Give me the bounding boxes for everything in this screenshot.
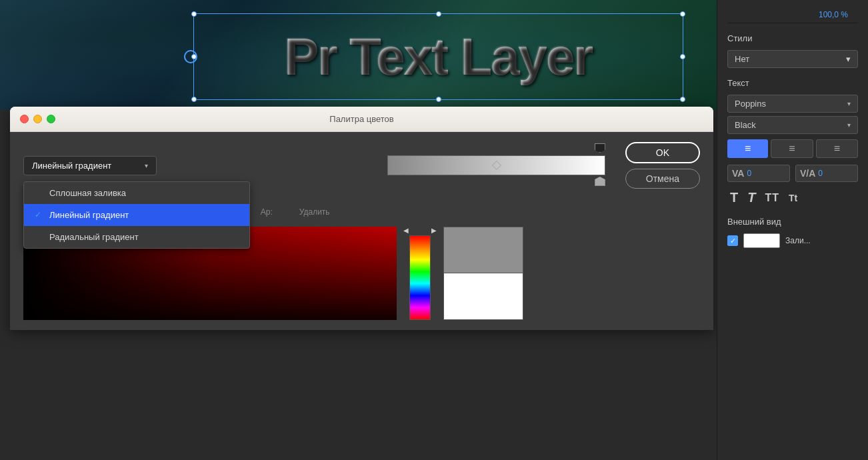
font-style-label: Black [735, 120, 756, 130]
top-stop-handle[interactable] [595, 143, 605, 153]
palette-body: Линейный градиент ▾ Сплошная заливка ✓ Л… [10, 132, 713, 330]
font-name-dropdown[interactable]: Poppins ▾ [727, 95, 858, 113]
dropdown-item-linear-label: Линейный градиент [49, 210, 129, 220]
dropdown-item-solid-label: Сплошная заливка [49, 188, 126, 198]
handle-top-mid[interactable] [436, 11, 441, 17]
hue-arrow-left[interactable]: ◀ [403, 227, 409, 234]
top-controls-row: Линейный градиент ▾ Сплошная заливка ✓ Л… [23, 142, 700, 189]
brightness-top-swatch[interactable] [443, 227, 523, 273]
handle-top-left[interactable] [191, 11, 197, 17]
palette-titlebar: Палитра цветов [10, 107, 713, 132]
appearance-title: Внешний вид [727, 217, 858, 227]
right-panel: 100,0 % Стили Нет ▾ Текст Poppins ▾ Blac… [717, 0, 868, 460]
hue-arrow-right[interactable]: ▶ [431, 227, 437, 234]
color-palette-dialog: Палитра цветов Линейный градиент ▾ Сплош… [10, 107, 713, 330]
bottom-stop-row [387, 177, 605, 187]
styles-value: Нет [735, 54, 749, 64]
gradient-bar[interactable] [387, 155, 605, 175]
align-center-button[interactable]: ≡ [771, 139, 813, 158]
fill-color-swatch[interactable] [743, 233, 780, 248]
styles-section: Стили Нет ▾ [727, 33, 858, 68]
alignment-buttons: ≡ ≡ ≡ [727, 139, 858, 158]
styles-title: Стили [727, 33, 858, 43]
hue-slider: ◀ ▶ [403, 227, 437, 320]
anchor-point[interactable] [184, 50, 197, 63]
bold-button[interactable]: T [727, 189, 741, 207]
italic-button[interactable]: T [745, 189, 758, 207]
text-style-row: T T TT Tt [727, 189, 858, 207]
gradient-dropdown-menu: Сплошная заливка ✓ Линейный градиент Рад… [23, 181, 250, 249]
kerning-input[interactable]: VA 0 [727, 165, 790, 182]
font-style-arrow-icon: ▾ [847, 121, 851, 129]
maximize-button[interactable] [47, 115, 55, 123]
dropdown-item-linear[interactable]: ✓ Линейный градиент [24, 204, 249, 226]
dropdown-arrow-icon: ▾ [145, 162, 148, 169]
text-section: Текст Poppins ▾ Black ▾ ≡ ≡ ≡ VA 0 V/A 0 [727, 78, 858, 207]
text-title: Текст [727, 78, 858, 88]
tracking-icon: V/A [800, 168, 815, 179]
canvas-text: Pr Text Layer [284, 27, 592, 87]
dropdown-selected-label: Линейный градиент [32, 161, 111, 171]
hue-arrows: ◀ ▶ [403, 227, 437, 234]
smallcaps-button[interactable]: Tt [786, 191, 800, 205]
top-stop-row [387, 143, 605, 154]
handle-top-right[interactable] [680, 11, 685, 17]
appearance-row: ✓ Зали... [727, 233, 858, 248]
cancel-button[interactable]: Отмена [625, 169, 700, 189]
handle-mid-right[interactable] [680, 54, 685, 59]
gradient-bar-area [387, 143, 605, 187]
align-left-button[interactable]: ≡ [727, 139, 768, 158]
dropdown-item-solid[interactable]: Сплошная заливка [24, 182, 249, 204]
traffic-lights [20, 115, 55, 123]
bottom-stop-handle[interactable] [595, 177, 605, 186]
kerning-row: VA 0 V/A 0 [727, 165, 858, 182]
tracking-input[interactable]: V/A 0 [795, 165, 858, 182]
delete-btn[interactable]: Удалить [299, 207, 330, 217]
dropdown-item-radial-label: Радиальный градиент [49, 232, 139, 242]
kerning-value: 0 [747, 169, 751, 178]
font-style-dropdown[interactable]: Black ▾ [727, 116, 858, 134]
handle-bot-left[interactable] [191, 97, 197, 102]
gradient-type-dropdown[interactable]: Линейный градиент ▾ [23, 156, 157, 175]
brightness-preview [443, 227, 523, 320]
tracking-value: 0 [818, 169, 823, 178]
handle-bot-right[interactable] [680, 97, 685, 102]
font-name-arrow-icon: ▾ [847, 100, 851, 107]
font-name-label: Poppins [735, 99, 766, 109]
minimize-button[interactable] [33, 115, 42, 123]
action-buttons: OK Отмена [625, 142, 700, 189]
checkmark-linear: ✓ [35, 210, 44, 219]
allcaps-button[interactable]: TT [762, 191, 782, 205]
top-percent-row: 100,0 % [727, 7, 858, 23]
text-layer-selection[interactable]: Pr Text Layer [193, 13, 683, 100]
kerning-icon: VA [732, 168, 744, 179]
fill-checkbox[interactable]: ✓ [727, 235, 738, 246]
handle-bot-mid[interactable] [436, 97, 441, 102]
dropdown-item-radial[interactable]: Радиальный градиент [24, 226, 249, 248]
hue-bar[interactable] [409, 235, 431, 320]
canvas-area: Pr Text Layer [0, 0, 717, 110]
align-right-button[interactable]: ≡ [816, 139, 858, 158]
palette-title: Палитра цветов [329, 114, 393, 124]
midpoint-diamond[interactable] [492, 161, 501, 170]
styles-dropdown-arrow: ▾ [846, 54, 851, 64]
ok-button[interactable]: OK [625, 142, 700, 163]
brightness-bottom-swatch[interactable] [443, 273, 523, 320]
styles-dropdown[interactable]: Нет ▾ [727, 50, 858, 68]
fill-label: Зали... [785, 236, 811, 245]
close-button[interactable] [20, 115, 29, 123]
percent-value: 100,0 % [819, 10, 848, 19]
appearance-section: Внешний вид ✓ Зали... [727, 217, 858, 248]
angle-label: Ар: [261, 207, 273, 217]
